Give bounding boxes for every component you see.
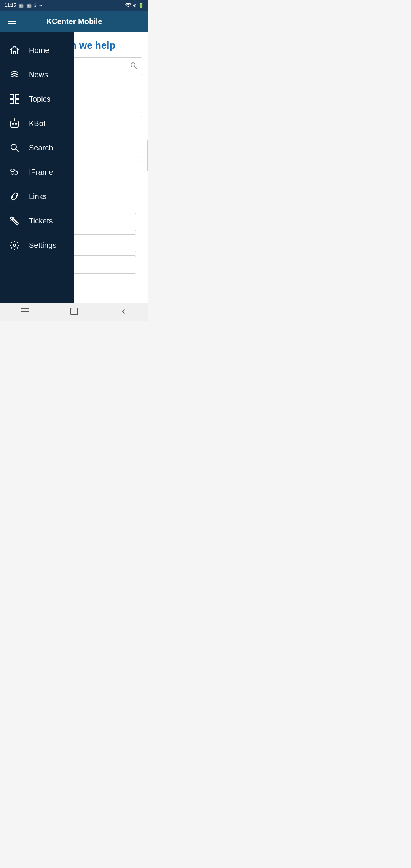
svg-rect-8 — [15, 94, 19, 98]
sidebar-item-home[interactable]: Home — [0, 38, 74, 62]
sidebar-topics-label: Topics — [29, 95, 51, 104]
svg-rect-22 — [71, 308, 78, 315]
battery-icon: 🔋 — [138, 3, 144, 8]
sidebar-search-label: Search — [29, 144, 53, 152]
sidebar-iframe-label: IFrame — [29, 168, 53, 177]
svg-rect-7 — [10, 94, 14, 98]
sidebar-item-tickets[interactable]: Tickets — [0, 209, 74, 233]
sidebar-news-label: News — [29, 70, 48, 79]
iframe-icon — [8, 165, 21, 179]
wifi-icon — [125, 3, 131, 8]
sidebar-item-news[interactable]: News — [0, 62, 74, 87]
tickets-icon — [8, 214, 21, 228]
bottom-back-button[interactable] — [110, 304, 137, 321]
svg-point-12 — [12, 123, 14, 124]
status-icons: ⊘ 🔋 — [125, 3, 144, 8]
bottom-home-button[interactable] — [61, 304, 88, 321]
svg-rect-9 — [10, 100, 14, 104]
svg-point-15 — [11, 144, 16, 150]
sidebar-settings-label: Settings — [29, 241, 56, 250]
sidebar-item-iframe[interactable]: IFrame — [0, 160, 74, 184]
svg-point-0 — [128, 6, 129, 7]
svg-rect-10 — [15, 100, 19, 104]
sidebar-tickets-label: Tickets — [29, 217, 53, 225]
android-icon: 🤖 — [18, 3, 24, 8]
sidebar-item-search[interactable]: Search — [0, 136, 74, 160]
info-icon: ℹ — [34, 3, 36, 8]
svg-line-2 — [135, 66, 137, 69]
block-icon: ⊘ — [133, 3, 137, 8]
svg-point-17 — [11, 171, 14, 174]
svg-point-18 — [13, 244, 16, 246]
status-bar: 11:15 🤖 🤖 ℹ ··· ⊘ 🔋 — [0, 0, 148, 11]
scroll-indicator — [147, 140, 148, 171]
kbot-icon — [8, 116, 21, 130]
sidebar-item-topics[interactable]: Topics — [0, 87, 74, 111]
svg-point-1 — [131, 63, 135, 67]
svg-line-16 — [16, 149, 19, 152]
settings-icon — [8, 238, 21, 252]
search-icon — [130, 62, 137, 71]
hamburger-button[interactable] — [6, 17, 18, 26]
sidebar-drawer: Home News — [0, 32, 74, 303]
more-dots: ··· — [38, 3, 42, 8]
bottom-menu-button[interactable] — [11, 305, 38, 320]
links-icon — [8, 190, 21, 203]
sidebar-home-label: Home — [29, 46, 49, 55]
home-icon — [8, 43, 21, 57]
svg-point-13 — [15, 123, 17, 124]
status-time-area: 11:15 🤖 🤖 ℹ ··· — [5, 3, 42, 8]
app-title: KCenter Mobile — [46, 17, 102, 26]
time-display: 11:15 — [5, 3, 16, 8]
sidebar-item-kbot[interactable]: KBot — [0, 111, 74, 136]
search-icon — [8, 141, 21, 155]
svg-point-14 — [14, 119, 15, 120]
android-icon-2: 🤖 — [26, 3, 32, 8]
sidebar-item-links[interactable]: Links — [0, 184, 74, 209]
topics-icon — [8, 92, 21, 106]
sidebar-item-settings[interactable]: Settings — [0, 233, 74, 257]
bottom-navigation — [0, 303, 148, 321]
news-icon — [8, 68, 21, 81]
main-content: can we help — [0, 32, 148, 303]
sidebar-links-label: Links — [29, 192, 47, 201]
app-header: KCenter Mobile — [0, 11, 148, 32]
sidebar-kbot-label: KBot — [29, 119, 45, 128]
